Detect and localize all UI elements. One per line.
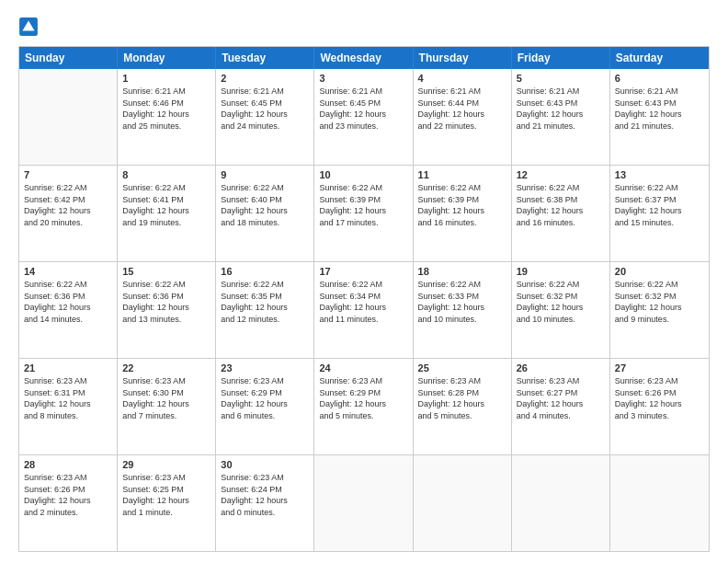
day-number: 8 [122, 169, 210, 180]
header [18, 17, 710, 37]
calendar-cell: 10Sunrise: 6:22 AMSunset: 6:39 PMDayligh… [314, 166, 413, 261]
day-number: 25 [418, 362, 506, 373]
calendar-cell: 11Sunrise: 6:22 AMSunset: 6:39 PMDayligh… [414, 166, 512, 261]
day-info: Sunrise: 6:23 AMSunset: 6:26 PMDaylight:… [24, 472, 112, 518]
calendar-cell: 23Sunrise: 6:23 AMSunset: 6:29 PMDayligh… [216, 359, 314, 454]
day-info: Sunrise: 6:22 AMSunset: 6:34 PMDaylight:… [319, 279, 407, 325]
logo [18, 17, 42, 37]
day-number: 23 [221, 362, 309, 373]
calendar-cell [19, 69, 118, 165]
day-info: Sunrise: 6:23 AMSunset: 6:29 PMDaylight:… [221, 375, 309, 421]
day-number: 2 [221, 73, 309, 84]
calendar-header: SundayMondayTuesdayWednesdayThursdayFrid… [19, 47, 709, 69]
calendar-row: 21Sunrise: 6:23 AMSunset: 6:31 PMDayligh… [19, 359, 709, 455]
calendar-cell: 9Sunrise: 6:22 AMSunset: 6:40 PMDaylight… [216, 166, 314, 261]
calendar-cell: 29Sunrise: 6:23 AMSunset: 6:25 PMDayligh… [118, 455, 216, 551]
calendar-cell: 24Sunrise: 6:23 AMSunset: 6:29 PMDayligh… [314, 359, 413, 454]
day-number: 15 [122, 266, 210, 277]
calendar-cell [314, 455, 413, 551]
day-info: Sunrise: 6:22 AMSunset: 6:33 PMDaylight:… [418, 279, 506, 325]
day-number: 19 [517, 266, 605, 277]
day-info: Sunrise: 6:22 AMSunset: 6:35 PMDaylight:… [221, 279, 309, 325]
day-info: Sunrise: 6:22 AMSunset: 6:36 PMDaylight:… [24, 279, 112, 325]
day-number: 10 [319, 169, 407, 180]
day-number: 16 [221, 266, 309, 277]
calendar-cell: 30Sunrise: 6:23 AMSunset: 6:24 PMDayligh… [216, 455, 314, 551]
weekday-header: Monday [118, 47, 216, 69]
calendar-cell: 19Sunrise: 6:22 AMSunset: 6:32 PMDayligh… [512, 262, 610, 358]
calendar-cell: 22Sunrise: 6:23 AMSunset: 6:30 PMDayligh… [118, 359, 216, 454]
day-info: Sunrise: 6:22 AMSunset: 6:41 PMDaylight:… [122, 182, 210, 228]
day-number: 24 [319, 362, 407, 373]
day-number: 20 [615, 266, 704, 277]
day-number: 12 [517, 169, 605, 180]
day-info: Sunrise: 6:22 AMSunset: 6:36 PMDaylight:… [122, 279, 210, 325]
day-info: Sunrise: 6:22 AMSunset: 6:39 PMDaylight:… [319, 182, 407, 228]
calendar-cell: 21Sunrise: 6:23 AMSunset: 6:31 PMDayligh… [19, 359, 118, 454]
calendar-cell: 17Sunrise: 6:22 AMSunset: 6:34 PMDayligh… [314, 262, 413, 358]
day-info: Sunrise: 6:22 AMSunset: 6:37 PMDaylight:… [615, 182, 704, 228]
day-number: 7 [24, 169, 112, 180]
calendar-cell: 28Sunrise: 6:23 AMSunset: 6:26 PMDayligh… [19, 455, 118, 551]
calendar-cell: 27Sunrise: 6:23 AMSunset: 6:26 PMDayligh… [610, 359, 709, 454]
day-number: 18 [418, 266, 506, 277]
calendar-cell: 25Sunrise: 6:23 AMSunset: 6:28 PMDayligh… [414, 359, 512, 454]
day-info: Sunrise: 6:21 AMSunset: 6:46 PMDaylight:… [122, 86, 210, 132]
calendar-cell: 2Sunrise: 6:21 AMSunset: 6:45 PMDaylight… [216, 69, 314, 165]
weekday-header: Saturday [610, 47, 709, 69]
day-info: Sunrise: 6:23 AMSunset: 6:27 PMDaylight:… [517, 375, 605, 421]
weekday-header: Tuesday [216, 47, 314, 69]
day-number: 17 [319, 266, 407, 277]
day-number: 9 [221, 169, 309, 180]
day-info: Sunrise: 6:23 AMSunset: 6:30 PMDaylight:… [122, 375, 210, 421]
weekday-header: Sunday [19, 47, 118, 69]
day-info: Sunrise: 6:23 AMSunset: 6:29 PMDaylight:… [319, 375, 407, 421]
calendar-cell [610, 455, 709, 551]
day-info: Sunrise: 6:22 AMSunset: 6:32 PMDaylight:… [615, 279, 704, 325]
day-number: 11 [418, 169, 506, 180]
day-number: 6 [615, 73, 704, 84]
day-number: 14 [24, 266, 112, 277]
day-info: Sunrise: 6:23 AMSunset: 6:31 PMDaylight:… [24, 375, 112, 421]
day-number: 13 [615, 169, 704, 180]
calendar-body: 1Sunrise: 6:21 AMSunset: 6:46 PMDaylight… [19, 69, 709, 551]
calendar-row: 28Sunrise: 6:23 AMSunset: 6:26 PMDayligh… [19, 455, 709, 551]
day-info: Sunrise: 6:22 AMSunset: 6:32 PMDaylight:… [517, 279, 605, 325]
calendar-cell: 6Sunrise: 6:21 AMSunset: 6:43 PMDaylight… [610, 69, 709, 165]
day-info: Sunrise: 6:22 AMSunset: 6:39 PMDaylight:… [418, 182, 506, 228]
day-info: Sunrise: 6:22 AMSunset: 6:40 PMDaylight:… [221, 182, 309, 228]
day-number: 28 [24, 459, 112, 470]
weekday-header: Thursday [414, 47, 512, 69]
day-number: 26 [517, 362, 605, 373]
day-info: Sunrise: 6:21 AMSunset: 6:43 PMDaylight:… [517, 86, 605, 132]
day-number: 1 [122, 73, 210, 84]
day-number: 30 [221, 459, 309, 470]
calendar-row: 14Sunrise: 6:22 AMSunset: 6:36 PMDayligh… [19, 262, 709, 359]
day-info: Sunrise: 6:21 AMSunset: 6:45 PMDaylight:… [221, 86, 309, 132]
day-number: 5 [517, 73, 605, 84]
calendar-cell: 7Sunrise: 6:22 AMSunset: 6:42 PMDaylight… [19, 166, 118, 261]
calendar-cell: 15Sunrise: 6:22 AMSunset: 6:36 PMDayligh… [118, 262, 216, 358]
day-info: Sunrise: 6:22 AMSunset: 6:42 PMDaylight:… [24, 182, 112, 228]
weekday-header: Friday [512, 47, 610, 69]
calendar-cell: 8Sunrise: 6:22 AMSunset: 6:41 PMDaylight… [118, 166, 216, 261]
calendar-cell: 4Sunrise: 6:21 AMSunset: 6:44 PMDaylight… [414, 69, 512, 165]
page: SundayMondayTuesdayWednesdayThursdayFrid… [0, 0, 728, 563]
day-info: Sunrise: 6:21 AMSunset: 6:43 PMDaylight:… [615, 86, 704, 132]
day-info: Sunrise: 6:23 AMSunset: 6:28 PMDaylight:… [418, 375, 506, 421]
calendar-cell: 3Sunrise: 6:21 AMSunset: 6:45 PMDaylight… [314, 69, 413, 165]
calendar-cell: 12Sunrise: 6:22 AMSunset: 6:38 PMDayligh… [512, 166, 610, 261]
day-number: 27 [615, 362, 704, 373]
calendar-cell: 13Sunrise: 6:22 AMSunset: 6:37 PMDayligh… [610, 166, 709, 261]
logo-icon [18, 17, 39, 37]
day-info: Sunrise: 6:22 AMSunset: 6:38 PMDaylight:… [517, 182, 605, 228]
day-number: 3 [319, 73, 407, 84]
calendar-cell [414, 455, 512, 551]
weekday-header: Wednesday [314, 47, 413, 69]
day-info: Sunrise: 6:23 AMSunset: 6:25 PMDaylight:… [122, 472, 210, 518]
calendar-cell [512, 455, 610, 551]
calendar-cell: 18Sunrise: 6:22 AMSunset: 6:33 PMDayligh… [414, 262, 512, 358]
calendar-cell: 5Sunrise: 6:21 AMSunset: 6:43 PMDaylight… [512, 69, 610, 165]
calendar-cell: 14Sunrise: 6:22 AMSunset: 6:36 PMDayligh… [19, 262, 118, 358]
day-number: 22 [122, 362, 210, 373]
